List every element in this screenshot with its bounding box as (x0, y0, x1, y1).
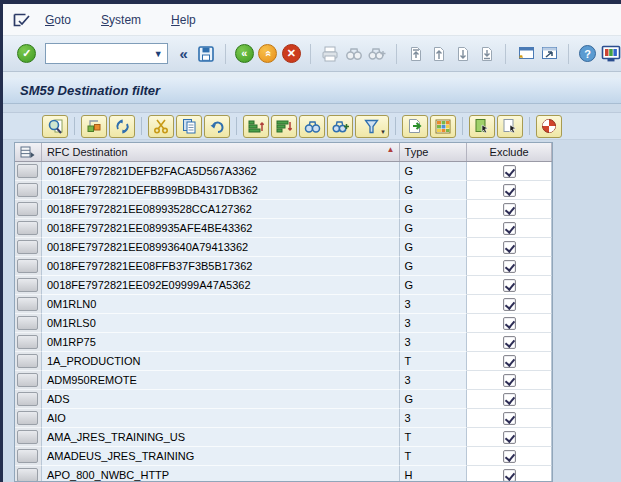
enter-button[interactable]: ✓ (17, 42, 37, 66)
row-selector-button[interactable] (17, 354, 38, 368)
cell-destination[interactable]: 0018FE7972821EE089935AFE4BE43362 (42, 219, 400, 238)
back-button[interactable]: « (234, 42, 254, 66)
cell-destination[interactable]: 0018FE7972821EE08993528CCA127362 (42, 200, 400, 219)
column-header-rfc-destination[interactable]: RFC Destination ▲ (42, 143, 400, 161)
copy-button[interactable] (176, 115, 202, 138)
export-button[interactable] (402, 115, 428, 138)
row-selector-cell[interactable] (15, 276, 42, 295)
row-selector-cell[interactable] (15, 238, 42, 257)
row-selector-cell[interactable] (15, 428, 42, 447)
row-selector-button[interactable] (17, 468, 38, 482)
exit-button[interactable]: « (258, 42, 278, 66)
sort-ascending-button[interactable] (243, 115, 269, 138)
menu-goto[interactable]: Goto (45, 13, 71, 27)
cell-destination[interactable]: AIO (42, 409, 400, 428)
cell-destination[interactable]: AMADEUS_JRES_TRAINING (42, 447, 400, 466)
cell-type[interactable]: 3 (400, 295, 468, 314)
find-next-button[interactable] (367, 42, 387, 66)
column-header-exclude[interactable]: Exclude (467, 143, 552, 161)
cell-type[interactable]: G (400, 390, 468, 409)
cell-destination[interactable]: APO_800_NWBC_HTTP (42, 466, 400, 482)
find-button-grid[interactable] (299, 115, 325, 138)
row-selector-cell[interactable] (15, 409, 42, 428)
new-session-button[interactable] (515, 42, 535, 66)
views-button[interactable] (536, 115, 562, 138)
row-selector-cell[interactable] (15, 352, 42, 371)
row-selector-cell[interactable] (15, 162, 42, 181)
row-selector-button[interactable] (17, 240, 38, 254)
cancel-button[interactable]: ✕ (282, 42, 302, 66)
row-selector-button[interactable] (17, 316, 38, 330)
select-all-button[interactable] (469, 115, 495, 138)
cell-type[interactable]: H (400, 466, 468, 482)
row-selector-button[interactable] (17, 430, 38, 444)
print-button[interactable] (320, 42, 340, 66)
cell-type[interactable]: 3 (400, 314, 468, 333)
first-page-button[interactable] (406, 42, 426, 66)
row-selector-button[interactable] (17, 202, 38, 216)
command-input[interactable] (50, 48, 150, 60)
row-selector-cell[interactable] (15, 200, 42, 219)
exclude-checkbox[interactable] (503, 241, 516, 254)
row-selector-cell[interactable] (15, 371, 42, 390)
cell-type[interactable]: G (400, 257, 468, 276)
exclude-checkbox[interactable] (503, 450, 516, 463)
row-selector-button[interactable] (17, 373, 38, 387)
row-selector-cell[interactable] (15, 314, 42, 333)
cell-destination[interactable]: ADS (42, 390, 400, 409)
row-selector-button[interactable] (17, 278, 38, 292)
cell-destination[interactable]: 0M1RLN0 (42, 295, 400, 314)
last-page-button[interactable] (477, 42, 497, 66)
exclude-checkbox[interactable] (503, 184, 516, 197)
exclude-checkbox[interactable] (503, 393, 516, 406)
previous-page-button[interactable] (430, 42, 450, 66)
exclude-checkbox[interactable] (503, 469, 516, 482)
row-selector-button[interactable] (17, 449, 38, 463)
row-selector-button[interactable] (17, 164, 38, 178)
create-shortcut-button[interactable] (539, 42, 559, 66)
row-selector-button[interactable] (17, 335, 38, 349)
row-selector-cell[interactable] (15, 295, 42, 314)
exclude-checkbox[interactable] (503, 336, 516, 349)
exclude-checkbox[interactable] (503, 355, 516, 368)
cell-destination[interactable]: 0M1RLS0 (42, 314, 400, 333)
exclude-checkbox[interactable] (503, 298, 516, 311)
row-selector-button[interactable] (17, 183, 38, 197)
cell-type[interactable]: 3 (400, 333, 468, 352)
collapse-chevrons-icon[interactable]: « (180, 45, 188, 62)
exclude-checkbox[interactable] (503, 222, 516, 235)
help-button[interactable]: ? (577, 42, 597, 66)
row-selector-button[interactable] (17, 259, 38, 273)
exclude-checkbox[interactable] (503, 374, 516, 387)
menu-help[interactable]: Help (171, 13, 196, 27)
sort-descending-button[interactable] (271, 115, 297, 138)
table-settings-button[interactable] (430, 115, 456, 138)
screen-personalization-icon[interactable] (13, 12, 35, 28)
row-selector-cell[interactable] (15, 181, 42, 200)
segments-button[interactable] (81, 115, 107, 138)
cell-destination[interactable]: 0M1RP75 (42, 333, 400, 352)
exclude-checkbox[interactable] (503, 431, 516, 444)
next-page-button[interactable] (453, 42, 473, 66)
cell-destination[interactable]: 0018FE7972821DEFB2FACA5D567A3362 (42, 162, 400, 181)
find-next-button-grid[interactable] (327, 115, 353, 138)
row-selector-cell[interactable] (15, 257, 42, 276)
cell-type[interactable]: G (400, 181, 468, 200)
cell-type[interactable]: G (400, 219, 468, 238)
set-filter-button[interactable]: ▼ (355, 115, 389, 138)
cell-destination[interactable]: 0018FE7972821EE08FFB37F3B5B17362 (42, 257, 400, 276)
row-selector-button[interactable] (17, 392, 38, 406)
cell-destination[interactable]: AMA_JRES_TRAINING_US (42, 428, 400, 447)
row-selector-cell[interactable] (15, 219, 42, 238)
row-selector-cell[interactable] (15, 390, 42, 409)
cell-type[interactable]: 3 (400, 371, 468, 390)
exclude-checkbox[interactable] (503, 203, 516, 216)
refresh-button[interactable] (109, 115, 135, 138)
cell-type[interactable]: G (400, 200, 468, 219)
menu-system[interactable]: System (101, 13, 141, 27)
cell-type[interactable]: 3 (400, 409, 468, 428)
cell-destination[interactable]: 0018FE7972821EE08993640A79413362 (42, 238, 400, 257)
cell-type[interactable]: G (400, 162, 468, 181)
row-selector-button[interactable] (17, 411, 38, 425)
row-selector-cell[interactable] (15, 333, 42, 352)
